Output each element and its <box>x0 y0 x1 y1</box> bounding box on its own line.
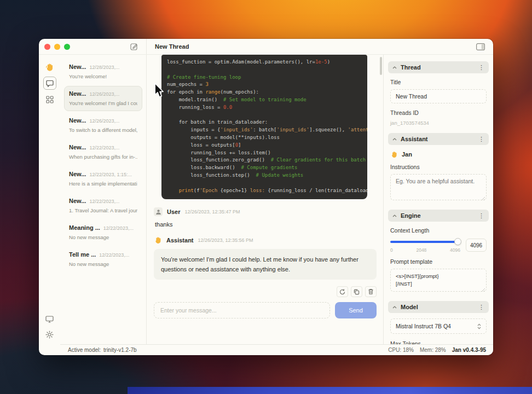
thread-list-item[interactable]: New...12/28/2023,...You're welcome! <box>64 59 142 84</box>
new-thread-button[interactable] <box>129 41 140 52</box>
assistant-name: Jan <box>402 151 412 158</box>
thread-preview: You're welcome! <box>69 73 137 79</box>
chevron-up-icon <box>392 215 397 217</box>
threads-id-value: jan_1703574534 <box>390 120 487 126</box>
regenerate-button[interactable] <box>337 286 348 297</box>
kebab-icon[interactable]: ⋮ <box>478 304 484 310</box>
threads-id-label: Threads ID <box>390 109 487 116</box>
message-input-row: Send <box>154 302 377 318</box>
thread-list-item[interactable]: New...12/26/2023,...To switch to a diffe… <box>64 113 142 138</box>
thread-date: 12/22/2023,... <box>103 225 134 231</box>
right-panel: Thread ⋮ Title New Thread Threads ID jan… <box>383 55 493 344</box>
code-line: outputs = model(**inputs).loss <box>167 134 362 142</box>
jan-app-window: New Thread <box>39 39 493 355</box>
thread-preview: No new message <box>69 234 137 240</box>
kebab-icon[interactable]: ⋮ <box>478 213 484 219</box>
sidebar-item-system-monitor[interactable] <box>44 315 55 324</box>
send-button[interactable]: Send <box>335 302 377 318</box>
slider-track <box>390 241 460 243</box>
model-section-header[interactable]: Model ⋮ <box>388 301 489 313</box>
thread-preview: Here is a simple implementati... <box>69 181 137 187</box>
thread-list-item[interactable]: New...12/22/2023, 1:15:...Here is a simp… <box>64 166 142 192</box>
message-actions <box>154 286 377 297</box>
regenerate-icon <box>339 289 345 295</box>
instructions-label: Instructions <box>390 164 487 170</box>
thread-title: Meaning ... <box>69 224 100 231</box>
section-title: Model <box>401 304 475 310</box>
code-line <box>167 179 362 187</box>
slider-handle[interactable] <box>454 238 461 245</box>
thread-list-item[interactable]: New...12/26/2023,...You're welcome! I'm … <box>64 86 142 111</box>
code-line: for epoch in range(num_epochs): <box>167 89 362 96</box>
thread-preview: 1. Travel Journal: A travel journ... <box>69 207 137 213</box>
wave-icon <box>45 62 54 72</box>
dock-strip <box>128 387 532 394</box>
kebab-icon[interactable]: ⋮ <box>478 65 484 71</box>
copy-button[interactable] <box>351 286 362 297</box>
thread-list-item[interactable]: Tell me ...12/22/2023,...No new message <box>64 247 142 272</box>
thread-title: New... <box>69 171 86 177</box>
thread-list-item[interactable]: New...12/22/2023,...1. Travel Journal: A… <box>64 193 142 218</box>
sidebar-item-settings[interactable] <box>44 329 55 340</box>
code-line: loss_function = optim.Adam(model.paramet… <box>167 59 362 66</box>
window-title: New Thread <box>147 43 475 50</box>
engine-section-header[interactable]: Engine ⋮ <box>388 210 489 222</box>
wave-icon <box>390 150 398 158</box>
message-input[interactable] <box>154 302 330 318</box>
window-body: New...12/28/2023,...You're welcome!New..… <box>39 55 493 344</box>
desktop-wallpaper: New Thread <box>0 0 532 394</box>
thread-preview: No new message <box>69 261 137 267</box>
thread-list-item[interactable]: New...12/22/2023,...When purchasing gift… <box>64 140 142 165</box>
thread-date: 12/26/2023,... <box>89 91 119 97</box>
app-version: Jan v0.4.3-95 <box>452 347 486 353</box>
left-icon-rail <box>39 55 60 344</box>
thread-title: Tell me ... <box>69 251 96 258</box>
assistant-section-header[interactable]: Assistant ⋮ <box>388 133 489 145</box>
chevron-up-icon <box>392 66 397 69</box>
kebab-icon[interactable]: ⋮ <box>478 136 484 142</box>
message-text: thanks <box>155 221 377 228</box>
sidebar-item-threads[interactable] <box>43 77 56 90</box>
code-line: inputs = {'input_ids': batch['input_ids'… <box>167 126 362 134</box>
max-tokens-label: Max Tokens <box>390 340 487 344</box>
instructions-textarea[interactable] <box>390 174 487 200</box>
context-length-value[interactable]: 4096 <box>466 239 487 252</box>
message-bubble: You're welcome! I'm glad I could help. L… <box>154 249 377 280</box>
user-message: User 12/26/2023, 12:35:47 PM thanks <box>154 207 377 228</box>
thread-list: New...12/28/2023,...You're welcome!New..… <box>60 55 147 344</box>
wave-icon <box>154 236 162 244</box>
status-bar: Active model: trinity-v1.2-7b CPU: 18% M… <box>60 344 493 355</box>
thread-title: New... <box>69 63 86 70</box>
prompt-template-textarea[interactable]: <s>[INST]{prompt} [/INST] <box>390 269 487 292</box>
gear-icon <box>45 331 54 339</box>
code-line: for batch in train_dataloader: <box>167 119 362 126</box>
minimize-window-button[interactable] <box>54 44 60 50</box>
titlebar-sidebar-section <box>39 39 147 54</box>
thread-section-header[interactable]: Thread ⋮ <box>388 61 489 73</box>
thread-title-input[interactable]: New Thread <box>390 89 487 103</box>
thread-list-item[interactable]: Meaning ...12/22/2023,...No new message <box>64 220 142 245</box>
model-select[interactable]: Mistral Instruct 7B Q4 <box>390 318 487 334</box>
chat-scrollbar[interactable] <box>380 57 382 75</box>
thread-date: 12/26/2023,... <box>89 118 119 124</box>
code-line: loss_function.zero_grad() # Clear gradie… <box>167 157 362 164</box>
active-model-value: trinity-v1.2-7b <box>103 347 137 353</box>
delete-button[interactable] <box>365 286 377 297</box>
code-block: loss_function = optim.Adam(model.paramet… <box>161 55 367 199</box>
tick-min: 0 <box>390 247 393 253</box>
zoom-window-button[interactable] <box>64 44 70 50</box>
section-title: Assistant <box>401 136 475 142</box>
chevron-up-icon <box>392 138 397 141</box>
close-window-button[interactable] <box>44 44 50 50</box>
sidebar-item-hub[interactable] <box>45 95 55 105</box>
code-line: print(f'Epoch {epoch+1} loss: {running_l… <box>167 187 362 195</box>
context-length-slider[interactable] <box>390 237 460 245</box>
engine-section: Engine ⋮ Context Length <box>388 210 489 294</box>
monitor-icon <box>45 316 54 323</box>
code-line <box>167 112 362 119</box>
toggle-right-panel-button[interactable] <box>475 42 486 51</box>
compose-icon <box>130 42 138 51</box>
delete-icon <box>368 288 374 295</box>
thread-preview: When purchasing gifts for in-... <box>69 154 137 160</box>
copy-icon <box>354 289 360 295</box>
